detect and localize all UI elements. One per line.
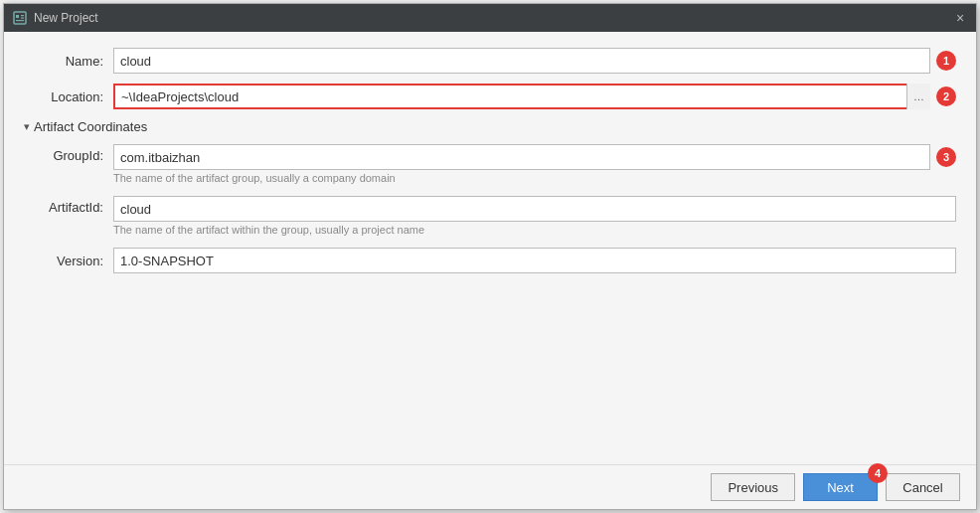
groupid-row: GroupId: 3 The name of the artifact grou… [24,144,956,192]
name-input-wrapper: 1 [113,48,956,74]
svg-rect-1 [16,15,19,18]
artifact-section: GroupId: 3 The name of the artifact grou… [24,144,956,273]
artifactid-label: ArtifactId: [24,196,113,215]
badge-1: 1 [936,51,956,71]
browse-button[interactable]: … [906,84,930,109]
dialog-content: Name: 1 Location: … 2 ▾ Artifact Coordin… [4,32,976,464]
title-bar-left: New Project [12,10,98,26]
location-input[interactable] [113,84,930,109]
badge-3: 3 [936,147,956,167]
next-button-wrapper: Next 4 [803,473,878,501]
groupid-label: GroupId: [24,144,113,163]
project-icon [12,10,28,26]
name-input[interactable] [113,48,930,74]
dialog-footer: Previous Next 4 Cancel [4,464,976,509]
close-button[interactable]: × [952,10,968,26]
location-row: Location: … 2 [24,84,956,109]
svg-rect-4 [16,20,24,21]
cancel-button[interactable]: Cancel [886,473,960,501]
new-project-dialog: New Project × Name: 1 Location: … 2 [3,3,977,510]
groupid-input[interactable] [113,144,930,170]
next-button[interactable]: Next [803,473,878,501]
svg-rect-3 [21,18,24,19]
artifact-section-title: Artifact Coordinates [34,119,147,134]
artifactid-input[interactable] [113,196,956,222]
location-label: Location: [24,89,113,104]
groupid-input-row: 3 [113,144,956,170]
artifactid-hint: The name of the artifact within the grou… [113,224,956,236]
location-input-wrapper: … [113,84,930,109]
name-row: Name: 1 [24,48,956,74]
badge-4: 4 [868,463,888,483]
groupid-hint: The name of the artifact group, usually … [113,172,956,184]
artifactid-row: ArtifactId: The name of the artifact wit… [24,196,956,244]
dialog-title: New Project [34,11,98,25]
groupid-input-wrapper: 3 The name of the artifact group, usuall… [113,144,956,192]
badge-2: 2 [936,86,956,106]
version-input[interactable] [113,248,956,273]
version-row: Version: [24,248,956,273]
previous-button[interactable]: Previous [711,473,795,501]
artifactid-input-wrapper: The name of the artifact within the grou… [113,196,956,244]
svg-rect-2 [21,15,24,16]
version-label: Version: [24,254,113,268]
title-bar: New Project × [4,4,976,32]
section-toggle-icon[interactable]: ▾ [24,120,30,133]
svg-rect-0 [14,12,26,24]
artifact-section-header: ▾ Artifact Coordinates [24,119,956,134]
browse-icon: … [913,90,924,102]
name-label: Name: [24,54,113,69]
